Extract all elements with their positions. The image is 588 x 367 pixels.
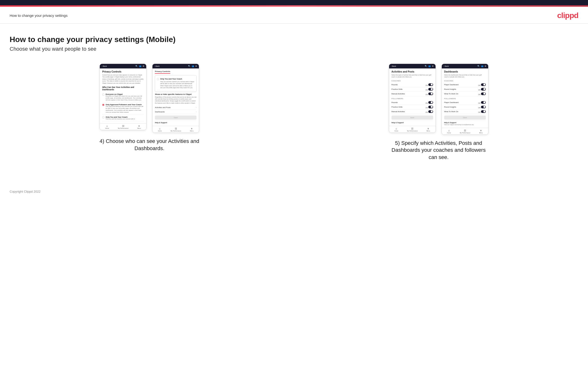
people-icon-2[interactable]: 👥 xyxy=(192,65,194,67)
people-icon[interactable]: 👥 xyxy=(139,65,141,67)
coaches-label-3: COACHES xyxy=(391,80,433,82)
toggle-on-insights-coaches[interactable] xyxy=(481,88,486,91)
phone-3-header: ‹ Back 🔍 👥 ⚙ xyxy=(389,64,435,68)
home-icon-2: ⌂ xyxy=(159,127,161,130)
phones-pair-right: ‹ Back 🔍 👥 ⚙ Activities and Posts Select… xyxy=(389,64,488,135)
toggle-manual-coaches[interactable]: Manual Activities ON xyxy=(391,92,433,96)
back-button-2[interactable]: ‹ Back xyxy=(154,65,159,67)
followers-label-3: FOLLOWERS xyxy=(391,98,433,100)
phone-3: ‹ Back 🔍 👥 ⚙ Activities and Posts Select… xyxy=(389,64,436,133)
chevron-dashboards: › xyxy=(196,111,197,113)
toggle-player-dash-coaches[interactable]: Player Dashboard ON xyxy=(444,83,486,87)
toggle-rounds-coaches[interactable]: Rounds ON xyxy=(391,83,433,87)
toggle-on-player-coaches[interactable] xyxy=(481,83,486,86)
page-subtitle: Choose what you want people to see xyxy=(10,46,578,52)
save-btn-2[interactable]: Save xyxy=(155,116,197,120)
toggle-on-manual-followers[interactable] xyxy=(428,110,433,113)
radio-everyone[interactable] xyxy=(102,93,104,96)
footer-menu-2[interactable]: ≡ Menu xyxy=(190,127,194,132)
search-icon-4[interactable]: 🔍 xyxy=(477,65,480,67)
toggle-on-rounds-followers[interactable] xyxy=(428,101,433,104)
mockup-row: ‹ Back 🔍 👥 ⚙ Privacy Controls Control ho… xyxy=(10,64,578,161)
footer-home-2[interactable]: ⌂ Home xyxy=(158,127,162,132)
footer-perf-3[interactable]: ☷ My Performance xyxy=(407,127,418,132)
people-icon-3[interactable]: 👥 xyxy=(428,65,431,67)
toggle-player-dash-followers[interactable]: Player Dashboard ON xyxy=(444,100,486,105)
footer-perf-2[interactable]: ☷ My Performance xyxy=(171,127,181,132)
toggle-on-manual-coaches[interactable] xyxy=(428,92,433,95)
copyright: Copyright Clippd 2022 xyxy=(10,190,41,193)
settings-icon-3[interactable]: ⚙ xyxy=(432,65,434,67)
dashboards-desc: Select the dashboards that you'd like to… xyxy=(444,74,486,78)
search-icon-2[interactable]: 🔍 xyxy=(188,65,190,67)
toggle-round-insights-followers[interactable]: Round Insights ON xyxy=(444,105,486,109)
toggle-on-work-coaches[interactable] xyxy=(481,92,486,95)
header-icons-1: 🔍 👥 ⚙ xyxy=(135,65,144,67)
phone-1-header: ‹ Back 🔍 👥 ⚙ xyxy=(100,64,146,68)
toggle-round-insights-coaches[interactable]: Round Insights ON xyxy=(444,87,486,92)
phone-3-footer: ⌂ Home ☷ My Performance ≡ Menu xyxy=(389,126,435,133)
toggle-on-player-followers[interactable] xyxy=(481,101,486,104)
footer-menu-1[interactable]: ≡ Menu xyxy=(137,125,141,129)
toggle-on-drills-coaches[interactable] xyxy=(428,88,433,91)
back-button-1[interactable]: ‹ Back xyxy=(102,65,107,67)
settings-icon-4[interactable]: ⚙ xyxy=(484,65,486,67)
toggle-manual-followers[interactable]: Manual Activities ON xyxy=(391,109,433,114)
toggle-on-insights-followers[interactable] xyxy=(481,106,486,108)
footer-menu-4[interactable]: ≡ Menu xyxy=(479,129,483,133)
chart-icon-2: ☷ xyxy=(175,127,177,130)
left-section: ‹ Back 🔍 👥 ⚙ Privacy Controls Control ho… xyxy=(10,64,289,152)
phone-2-footer: ⌂ Home ☷ My Performance ≡ Menu xyxy=(153,126,199,133)
privacy-controls-tab[interactable]: Privacy Controls xyxy=(155,70,170,74)
page-title: How to change your privacy settings (Mob… xyxy=(10,35,578,44)
top-bar-gradient xyxy=(0,5,588,7)
search-icon-3[interactable]: 🔍 xyxy=(425,65,427,67)
footer-perf-1[interactable]: ☷ My Performance xyxy=(118,125,129,129)
settings-icon[interactable]: ⚙ xyxy=(143,65,144,67)
toggle-drills-followers[interactable]: Practice Drills ON xyxy=(391,105,433,109)
privacy-option-everyone[interactable]: Everyone on Clippd Everyone on Clippd ca… xyxy=(102,92,144,102)
activities-posts-title: Activities and Posts xyxy=(391,70,433,73)
caption-left: 4) Choose who can see your Activities an… xyxy=(99,138,200,152)
home-icon: ⌂ xyxy=(106,125,108,127)
right-section: ‹ Back 🔍 👥 ⚙ Activities and Posts Select… xyxy=(299,64,579,161)
dashboards-row[interactable]: Dashboards › xyxy=(155,110,197,114)
back-button-4[interactable]: ‹ Back xyxy=(444,65,449,67)
menu-icon: ≡ xyxy=(138,125,140,127)
radio-only-you[interactable] xyxy=(102,116,104,118)
phone-2-body: Privacy Controls Only You and Your Coach… xyxy=(153,68,199,126)
menu-icon-2: ≡ xyxy=(191,127,192,130)
radio-approved[interactable] xyxy=(102,104,104,106)
privacy-controls-desc: Control how you and your data appears to… xyxy=(102,74,144,84)
header-icons-2: 🔍 👥 ⚙ xyxy=(188,65,197,67)
save-btn-3[interactable]: Save xyxy=(391,116,433,120)
privacy-option-only-you[interactable]: Only You and Your Coach Only you and the… xyxy=(102,115,144,122)
toggle-what-to-work-followers[interactable]: What To Work On ON xyxy=(444,109,486,114)
toggle-on-rounds-coaches[interactable] xyxy=(428,83,433,86)
chart-icon: ☷ xyxy=(122,125,124,127)
top-bar xyxy=(0,0,588,7)
toggle-rounds-followers[interactable]: Rounds ON xyxy=(391,100,433,105)
footer-home-1[interactable]: ⌂ Home xyxy=(105,125,109,129)
menu-icon-3: ≡ xyxy=(428,127,429,130)
toggle-drills-coaches[interactable]: Practice Drills ON xyxy=(391,87,433,92)
toggle-what-to-work-coaches[interactable]: What To Work On ON xyxy=(444,92,486,96)
activities-posts-desc: Select the types of activity that you'd … xyxy=(391,74,433,78)
caption-right: 5) Specify which Activities, Posts and D… xyxy=(388,140,489,161)
footer-home-3[interactable]: ⌂ Home xyxy=(394,127,398,132)
popup-radio[interactable] xyxy=(157,78,159,80)
search-icon[interactable]: 🔍 xyxy=(135,65,138,67)
people-icon-4[interactable]: 👥 xyxy=(481,65,483,67)
footer-home-4[interactable]: ⌂ Home xyxy=(447,129,451,133)
footer-menu-3[interactable]: ≡ Menu xyxy=(426,127,430,132)
save-btn-4[interactable]: Save xyxy=(444,116,486,120)
privacy-option-approved[interactable]: Only Approved Followers and Your Coach O… xyxy=(102,102,144,115)
activities-posts-row[interactable]: Activities and Posts › xyxy=(155,105,197,110)
phone-4-footer: ⌂ Home ☷ My Performance ≡ Menu xyxy=(442,128,488,134)
toggle-on-drills-followers[interactable] xyxy=(428,106,433,108)
footer-perf-4[interactable]: ☷ My Performance xyxy=(460,129,470,133)
back-button-3[interactable]: ‹ Back xyxy=(391,65,396,67)
phone-4: ‹ Back 🔍 👥 ⚙ Dashboards Select the dashb… xyxy=(441,64,488,135)
toggle-on-work-followers[interactable] xyxy=(481,110,486,113)
settings-icon-2[interactable]: ⚙ xyxy=(195,65,197,67)
